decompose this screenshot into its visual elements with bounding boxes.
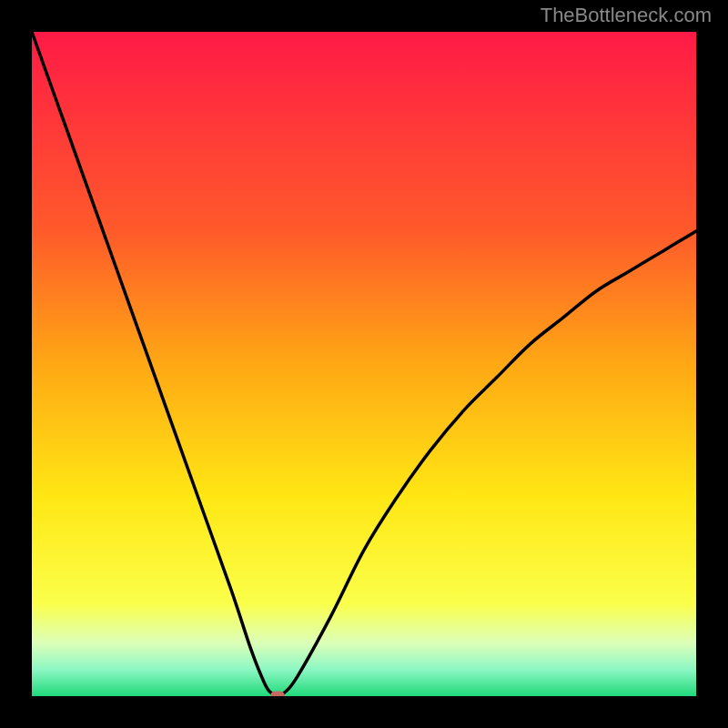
curve-layer (32, 32, 696, 696)
bottleneck-curve (32, 32, 696, 696)
plot-area (32, 32, 696, 696)
optimal-point-marker (270, 692, 285, 697)
chart-frame: TheBottleneck.com (0, 0, 728, 728)
watermark-text: TheBottleneck.com (541, 4, 712, 27)
